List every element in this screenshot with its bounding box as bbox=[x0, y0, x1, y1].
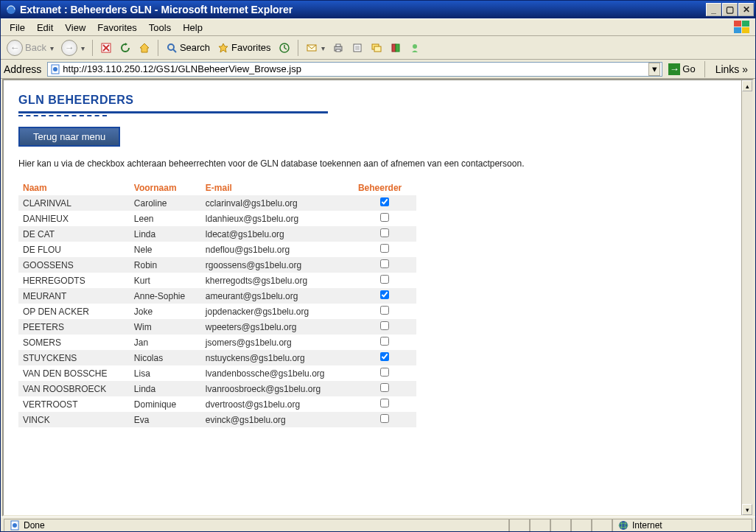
cell-beheerder bbox=[354, 288, 416, 304]
cell-beheerder bbox=[354, 304, 416, 319]
cell-email: lvandenbossche@gs1belu.org bbox=[201, 365, 354, 381]
svg-point-30 bbox=[53, 67, 57, 71]
table-row: VAN ROOSBROECKLindalvanroosbroeck@gs1bel… bbox=[18, 381, 416, 396]
cell-beheerder bbox=[354, 226, 416, 242]
cell-beheerder bbox=[354, 319, 416, 335]
security-zone-text: Internet bbox=[632, 520, 662, 531]
cell-voornaam: Anne-Sophie bbox=[130, 288, 201, 304]
cell-naam: HERREGODTS bbox=[18, 273, 130, 288]
forward-button[interactable]: → bbox=[58, 39, 88, 57]
menu-edit[interactable]: Edit bbox=[31, 20, 59, 35]
scroll-track[interactable] bbox=[742, 91, 752, 504]
col-naam: Naam bbox=[18, 181, 130, 195]
table-row: CLARINVALCarolinecclarinval@gs1belu.org bbox=[18, 195, 416, 211]
table-row: DANHIEUXLeenldanhieux@gs1belu.org bbox=[18, 211, 416, 226]
edit-button[interactable] bbox=[349, 39, 366, 57]
vertical-scrollbar[interactable]: ▴ ▾ bbox=[741, 80, 752, 515]
cell-voornaam: Joke bbox=[130, 304, 201, 319]
menu-favorites[interactable]: Favorites bbox=[91, 20, 142, 35]
svg-line-15 bbox=[284, 48, 287, 49]
svg-point-10 bbox=[168, 44, 174, 50]
beheerder-checkbox[interactable] bbox=[380, 383, 389, 392]
discuss-button[interactable] bbox=[368, 39, 385, 57]
page-done-icon bbox=[9, 519, 21, 531]
close-button[interactable]: ✕ bbox=[738, 3, 754, 16]
svg-point-0 bbox=[7, 5, 15, 14]
table-row: VINCKEvaevinck@gs1belu.org bbox=[18, 412, 416, 427]
maximize-button[interactable]: ▢ bbox=[722, 3, 738, 16]
go-button[interactable]: → Go bbox=[665, 62, 698, 77]
cell-naam: STUYCKENS bbox=[18, 350, 130, 365]
beheerder-checkbox[interactable] bbox=[380, 197, 389, 206]
status-pane-4 bbox=[571, 519, 592, 532]
svg-rect-25 bbox=[374, 46, 381, 52]
menu-file[interactable]: File bbox=[4, 20, 31, 35]
cell-email: ndeflou@gs1belu.org bbox=[201, 242, 354, 257]
minimize-button[interactable]: _ bbox=[706, 3, 721, 16]
status-text: Done bbox=[24, 520, 45, 531]
scroll-down-button[interactable]: ▾ bbox=[742, 504, 752, 515]
stop-button[interactable] bbox=[97, 39, 115, 57]
beheerder-checkbox[interactable] bbox=[380, 337, 389, 346]
star-icon bbox=[217, 42, 229, 54]
cell-naam: MEURANT bbox=[18, 288, 130, 304]
cell-beheerder bbox=[354, 257, 416, 273]
history-button[interactable] bbox=[276, 39, 293, 57]
beheerder-checkbox[interactable] bbox=[380, 321, 389, 330]
cell-beheerder bbox=[354, 273, 416, 288]
cell-voornaam: Kurt bbox=[130, 273, 201, 288]
beheerder-checkbox[interactable] bbox=[380, 259, 389, 268]
refresh-button[interactable] bbox=[116, 39, 134, 57]
addressbar-divider bbox=[704, 61, 705, 77]
go-label: Go bbox=[682, 63, 695, 74]
table-row: STUYCKENSNicolasnstuyckens@gs1belu.org bbox=[18, 350, 416, 365]
menu-tools[interactable]: Tools bbox=[143, 20, 177, 35]
svg-rect-3 bbox=[734, 27, 741, 33]
ie-app-icon bbox=[5, 4, 17, 15]
cell-email: ldanhieux@gs1belu.org bbox=[201, 211, 354, 226]
svg-rect-26 bbox=[392, 44, 396, 52]
links-button[interactable]: Links bbox=[711, 63, 752, 75]
print-button[interactable] bbox=[329, 39, 347, 57]
research-button[interactable] bbox=[387, 39, 405, 57]
beheerder-checkbox[interactable] bbox=[380, 290, 389, 299]
home-button[interactable] bbox=[136, 39, 153, 57]
cell-email: rgoossens@gs1belu.org bbox=[201, 257, 354, 273]
url-input[interactable] bbox=[61, 63, 648, 74]
svg-point-33 bbox=[619, 521, 628, 530]
svg-rect-18 bbox=[336, 44, 340, 46]
beheerder-checkbox[interactable] bbox=[380, 352, 389, 361]
menu-view[interactable]: View bbox=[59, 20, 91, 35]
cell-email: ldecat@gs1belu.org bbox=[201, 226, 354, 242]
messenger-button[interactable] bbox=[406, 39, 424, 57]
beheerder-checkbox[interactable] bbox=[380, 244, 389, 253]
back-button[interactable]: ← Back bbox=[4, 39, 57, 57]
beheerder-checkbox[interactable] bbox=[380, 414, 389, 423]
menu-help[interactable]: Help bbox=[177, 20, 209, 35]
cell-email: kherregodts@gs1belu.org bbox=[201, 273, 354, 288]
address-label: Address bbox=[4, 63, 41, 75]
url-dropdown-button[interactable]: ▾ bbox=[648, 63, 660, 76]
beheerder-checkbox[interactable] bbox=[380, 399, 389, 407]
scroll-up-button[interactable]: ▴ bbox=[742, 80, 752, 91]
beheerder-checkbox[interactable] bbox=[380, 275, 389, 284]
favorites-button[interactable]: Favorites bbox=[214, 39, 273, 57]
back-dropdown-icon bbox=[49, 42, 54, 53]
cell-naam: SOMERS bbox=[18, 335, 130, 350]
beheerder-checkbox[interactable] bbox=[380, 228, 389, 237]
table-row: DE CATLindaldecat@gs1belu.org bbox=[18, 226, 416, 242]
mail-button[interactable] bbox=[303, 39, 328, 57]
cell-beheerder bbox=[354, 195, 416, 211]
windows-flag-icon bbox=[732, 20, 752, 35]
addressbar: Address ▾ → Go Links bbox=[1, 60, 755, 79]
cell-email: wpeeters@gs1belu.org bbox=[201, 319, 354, 335]
col-email: E-mail bbox=[201, 181, 354, 195]
stop-icon bbox=[100, 42, 112, 54]
cell-naam: DE FLOU bbox=[18, 242, 130, 257]
search-button[interactable]: Search bbox=[163, 39, 213, 57]
back-to-menu-button[interactable]: Terug naar menu bbox=[18, 127, 120, 147]
print-icon bbox=[332, 42, 344, 54]
beheerder-checkbox[interactable] bbox=[380, 306, 389, 315]
beheerder-checkbox[interactable] bbox=[380, 213, 389, 222]
beheerder-checkbox[interactable] bbox=[380, 368, 389, 377]
